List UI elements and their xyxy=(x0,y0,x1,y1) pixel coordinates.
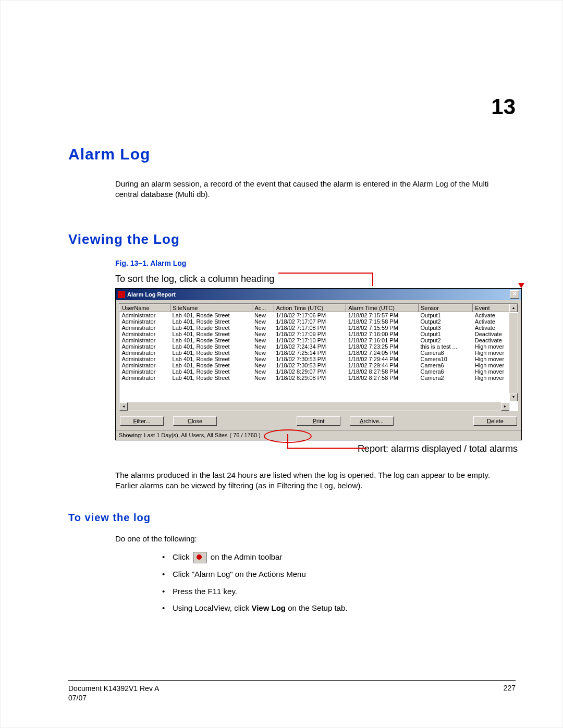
close-label: lose xyxy=(192,418,202,424)
status-text: Showing: Last 1 Day(s), All Users, All S… xyxy=(119,432,227,438)
figure-container: To sort the log, click a column heading … xyxy=(115,273,522,454)
archive-button[interactable]: Archive... xyxy=(350,416,394,426)
alarm-log-window: Alarm Log Report ✕ UserNameSiteNameAc...… xyxy=(115,288,522,440)
log-grid: UserNameSiteNameAc...Action Time (UTC)Al… xyxy=(119,303,518,411)
table-cell: New xyxy=(252,368,274,375)
table-cell: Lab 401, Rosde Street xyxy=(170,312,252,318)
column-header[interactable]: Action Time (UTC) xyxy=(274,304,346,312)
table-cell: New xyxy=(252,350,274,356)
table-cell: 1/18/02 7:29:44 PM xyxy=(346,356,419,362)
table-cell: 1/18/02 7:16:00 PM xyxy=(346,331,419,337)
table-cell: New xyxy=(252,375,274,381)
table-cell: Administrator xyxy=(120,337,170,343)
table-row[interactable]: AdministratorLab 401, Rosde StreetNew1/1… xyxy=(120,343,518,350)
table-row[interactable]: AdministratorLab 401, Rosde StreetNew1/1… xyxy=(120,362,518,368)
window-title: Alarm Log Report xyxy=(127,291,176,298)
scroll-up-icon[interactable]: ▴ xyxy=(509,304,518,312)
table-cell: New xyxy=(252,312,274,318)
print-button[interactable]: Print xyxy=(297,416,340,426)
vertical-scrollbar[interactable] xyxy=(509,313,518,401)
column-header[interactable]: Alarm Time (UTC) xyxy=(346,304,419,312)
annotation-bottom-row: Report: alarms displayed / total alarms xyxy=(115,443,522,454)
button-row: Filter... Close Print Archive... Delete xyxy=(116,414,521,430)
status-count: ( 76 / 1760 ) xyxy=(229,432,260,438)
document-page: 13 Alarm Log During an alarm session, a … xyxy=(0,0,563,728)
do-one-text: Do one of the following: xyxy=(115,534,516,543)
scroll-left-icon[interactable]: ◂ xyxy=(119,402,128,411)
table-cell: 1/18/02 7:16:01 PM xyxy=(346,337,419,343)
column-header[interactable]: Sensor xyxy=(418,304,472,312)
table-cell: New xyxy=(252,356,274,362)
table-cell: Administrator xyxy=(120,362,170,368)
table-cell: Lab 401, Rosde Street xyxy=(170,337,252,343)
red-arrow-top xyxy=(278,273,522,286)
window-titlebar[interactable]: Alarm Log Report ✕ xyxy=(116,289,521,300)
table-cell: Camera2 xyxy=(418,375,472,381)
table-cell: Administrator xyxy=(120,318,170,325)
table-row[interactable]: AdministratorLab 401, Rosde StreetNew1/1… xyxy=(120,312,518,318)
scroll-down-icon[interactable]: ▾ xyxy=(509,393,518,401)
column-header[interactable]: SiteName xyxy=(170,304,252,312)
column-header[interactable]: Ac... xyxy=(252,304,274,312)
column-header[interactable]: UserName xyxy=(120,304,170,312)
table-cell: Lab 401, Rosde Street xyxy=(170,375,252,381)
close-button[interactable]: Close xyxy=(173,416,217,426)
close-icon[interactable]: ✕ xyxy=(510,290,519,299)
table-cell: 1/18/02 7:17:06 PM xyxy=(274,312,346,318)
table-row[interactable]: AdministratorLab 401, Rosde StreetNew1/1… xyxy=(120,318,518,325)
table-cell: 1/18/02 7:15:59 PM xyxy=(346,325,419,331)
table-cell: New xyxy=(252,331,274,337)
app-icon xyxy=(118,291,125,298)
table-cell: Camera6 xyxy=(418,362,472,368)
annotation-sort: To sort the log, click a column heading xyxy=(115,274,274,285)
table-cell: 1/18/02 7:30:53 PM xyxy=(274,362,346,368)
table-cell: Camera6 xyxy=(418,368,472,375)
bullet-item: Click on the Admin toolbar xyxy=(162,551,516,563)
table-cell: Administrator xyxy=(120,325,170,331)
table-row[interactable]: AdministratorLab 401, Rosde StreetNew1/1… xyxy=(120,350,518,356)
footer-page: 227 xyxy=(504,684,516,702)
annotation-top-row: To sort the log, click a column heading xyxy=(115,273,522,286)
bullet-item: Press the F11 key. xyxy=(162,586,516,598)
table-cell: Lab 401, Rosde Street xyxy=(170,356,252,362)
print-label: rint xyxy=(316,418,324,424)
bullet-item: Using LocalView, click View Log on the S… xyxy=(162,602,516,614)
table-cell: 1/18/02 7:24:05 PM xyxy=(346,350,419,356)
table-cell: Camera10 xyxy=(418,356,472,362)
table-cell: Lab 401, Rosde Street xyxy=(170,318,252,325)
horizontal-scrollbar[interactable]: ◂ ▸ xyxy=(119,402,509,411)
filter-button[interactable]: Filter... xyxy=(120,416,164,426)
scroll-right-icon[interactable]: ▸ xyxy=(501,402,509,411)
footer-date: 07/07 xyxy=(68,694,87,702)
page-footer: Document K14392V1 Rev A 07/07 227 xyxy=(68,680,516,702)
table-cell: Administrator xyxy=(120,350,170,356)
delete-label: elete xyxy=(491,418,504,424)
delete-button[interactable]: Delete xyxy=(473,416,517,426)
table-cell: 1/18/02 7:17:07 PM xyxy=(274,318,346,325)
red-line-bottom xyxy=(287,434,366,449)
chapter-number: 13 xyxy=(68,94,516,119)
table-cell: 1/18/02 7:17:08 PM xyxy=(274,325,346,331)
table-cell: Lab 401, Rosde Street xyxy=(170,368,252,375)
filter-label: ilter... xyxy=(137,418,150,424)
table-cell: Camera8 xyxy=(418,350,472,356)
table-cell: 1/18/02 7:24:34 PM xyxy=(274,343,346,350)
table-row[interactable]: AdministratorLab 401, Rosde StreetNew1/1… xyxy=(120,356,518,362)
table-row[interactable]: AdministratorLab 401, Rosde StreetNew1/1… xyxy=(120,368,518,375)
table-row[interactable]: AdministratorLab 401, Rosde StreetNew1/1… xyxy=(120,375,518,381)
table-cell: 1/18/02 8:29:07 PM xyxy=(274,368,346,375)
table-cell: Administrator xyxy=(120,312,170,318)
table-cell: Lab 401, Rosde Street xyxy=(170,350,252,356)
table-row[interactable]: AdministratorLab 401, Rosde StreetNew1/1… xyxy=(120,331,518,337)
table-row[interactable]: AdministratorLab 401, Rosde StreetNew1/1… xyxy=(120,325,518,331)
table-cell: New xyxy=(252,343,274,350)
table-cell: Administrator xyxy=(120,368,170,375)
table-cell: Administrator xyxy=(120,331,170,337)
archive-label: rchive... xyxy=(363,418,384,424)
page-title: Alarm Log xyxy=(68,145,516,163)
table-cell: Lab 401, Rosde Street xyxy=(170,331,252,337)
table-row[interactable]: AdministratorLab 401, Rosde StreetNew1/1… xyxy=(120,337,518,343)
table-cell: 1/18/02 8:27:58 PM xyxy=(346,368,419,375)
alarm-log-toolbar-icon xyxy=(193,552,207,563)
table-cell: 1/18/02 7:30:53 PM xyxy=(274,356,346,362)
